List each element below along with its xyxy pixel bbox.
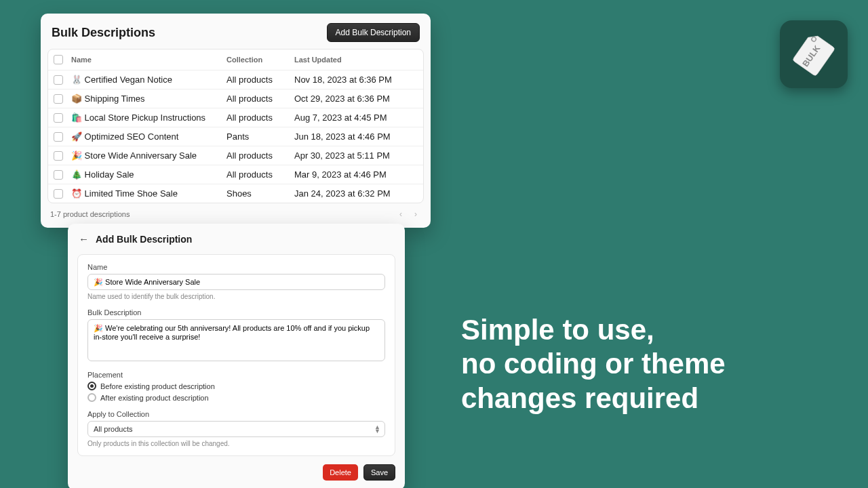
table-row[interactable]: 🎄 Holiday Sale All products Mar 9, 2023 … [48,165,423,184]
row-name: 🛍️ Local Store Pickup Instructions [71,113,226,123]
row-collection: All products [226,75,294,85]
hero-tagline: Simple to use,no coding or themechanges … [461,313,841,415]
name-field[interactable] [87,274,385,290]
add-bulk-description-button[interactable]: Add Bulk Description [327,23,420,42]
table-row[interactable]: 🛍️ Local Store Pickup Instructions All p… [48,108,423,127]
row-collection: All products [226,113,294,123]
row-updated: Jan 24, 2023 at 6:32 PM [294,188,418,199]
row-checkbox[interactable] [54,132,63,142]
form-title: Add Bulk Description [96,234,192,245]
row-collection: All products [226,94,294,104]
placement-before-radio[interactable]: Before existing product description [87,382,385,390]
form-card: Name Name used to identify the bulk desc… [77,254,395,456]
placement-before-label: Before existing product description [100,382,215,390]
save-button[interactable]: Save [363,464,395,481]
row-checkbox[interactable] [54,113,63,123]
row-checkbox[interactable] [54,75,63,85]
row-collection: Shoes [226,188,294,199]
back-arrow-icon[interactable]: ← [79,233,89,245]
placement-after-radio[interactable]: After existing product description [87,393,385,402]
name-label: Name [87,263,385,271]
row-checkbox[interactable] [54,189,63,199]
table-row[interactable]: 📦 Shipping Times All products Oct 29, 20… [48,89,423,108]
row-name: 🚀 Optimized SEO Content [71,131,226,142]
table-row[interactable]: ⏰ Limited Time Shoe Sale Shoes Jan 24, 2… [48,184,423,203]
row-updated: Mar 9, 2023 at 4:46 PM [294,169,418,180]
table-footer-count: 1-7 product descriptions [50,210,130,218]
description-field[interactable] [87,319,385,361]
table-row[interactable]: 🚀 Optimized SEO Content Pants Jun 18, 20… [48,127,423,146]
row-updated: Oct 29, 2023 at 6:36 PM [294,94,418,104]
placement-label: Placement [87,371,385,379]
col-header-updated[interactable]: Last Updated [294,56,418,64]
table-row[interactable]: 🎉 Store Wide Anniversary Sale All produc… [48,146,423,165]
col-header-name[interactable]: Name [71,56,226,64]
row-updated: Jun 18, 2023 at 4:46 PM [294,131,418,142]
row-name: 🐰 Certified Vegan Notice [71,75,226,85]
row-name: ⏰ Limited Time Shoe Sale [71,188,226,199]
row-name: 📦 Shipping Times [71,94,226,104]
name-help-text: Name used to identify the bulk descripti… [87,293,385,300]
apply-collection-label: Apply to Collection [87,410,385,418]
bulk-descriptions-panel: Bulk Descriptions Add Bulk Description N… [41,14,431,228]
row-collection: All products [226,169,294,180]
select-all-checkbox[interactable] [54,55,63,64]
row-checkbox[interactable] [54,170,63,180]
row-checkbox[interactable] [54,151,63,161]
apply-collection-value: All products [94,425,132,433]
row-name: 🎄 Holiday Sale [71,169,226,180]
descriptions-table: Name Collection Last Updated 🐰 Certified… [47,49,424,203]
next-page-button[interactable]: › [410,209,421,220]
table-row[interactable]: 🐰 Certified Vegan Notice All products No… [48,70,423,89]
prev-page-button[interactable]: ‹ [395,209,406,220]
row-collection: All products [226,150,294,161]
row-checkbox[interactable] [54,94,63,104]
select-updown-icon: ▲▼ [374,425,379,433]
page-title: Bulk Descriptions [52,26,155,40]
col-header-collection[interactable]: Collection [226,56,294,64]
row-collection: Pants [226,131,294,142]
apply-collection-select[interactable]: All products ▲▼ [87,421,385,437]
apply-collection-help: Only products in this collection will be… [87,440,385,447]
row-updated: Aug 7, 2023 at 4:45 PM [294,113,418,123]
bulk-tag-icon: BULK [790,30,837,78]
table-header-row: Name Collection Last Updated [48,49,423,70]
delete-button[interactable]: Delete [323,464,358,481]
placement-after-label: After existing product description [100,394,209,402]
row-name: 🎉 Store Wide Anniversary Sale [71,150,226,161]
row-updated: Nov 18, 2023 at 6:36 PM [294,75,418,85]
row-updated: Apr 30, 2023 at 5:11 PM [294,150,418,161]
add-bulk-description-panel: ← Add Bulk Description Name Name used to… [68,224,405,488]
app-icon: BULK [780,20,848,88]
description-label: Bulk Description [87,308,385,317]
